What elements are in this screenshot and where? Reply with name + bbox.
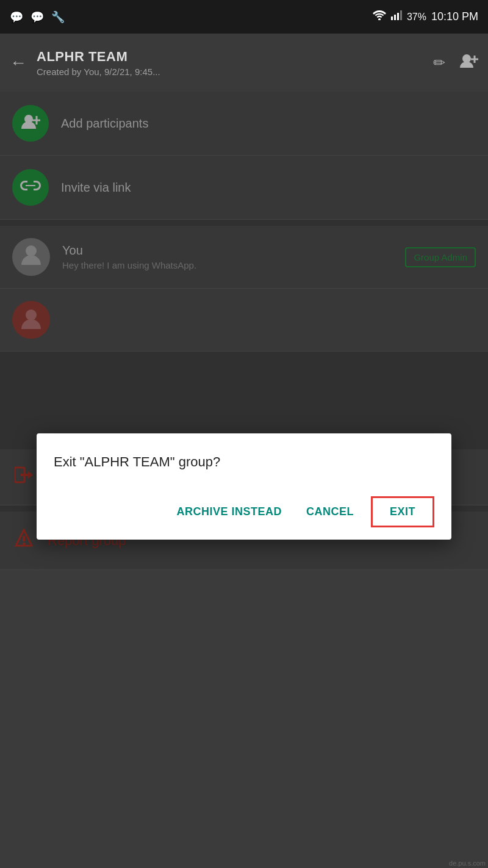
- edit-icon[interactable]: ✏: [433, 54, 445, 71]
- dialog-buttons: ARCHIVE INSTEAD CANCEL EXIT: [54, 496, 434, 527]
- battery-indicator: 37%: [407, 12, 426, 23]
- header-info: ALPHR TEAM Created by You, 9/2/21, 9:45.…: [37, 49, 423, 77]
- add-person-icon[interactable]: [460, 53, 478, 73]
- signal-icon: [391, 10, 402, 23]
- cancel-button[interactable]: CANCEL: [294, 497, 366, 527]
- back-button[interactable]: ←: [10, 53, 27, 73]
- status-bar-right: 37% 10:10 PM: [373, 10, 478, 23]
- svg-point-5: [462, 54, 471, 63]
- wifi-icon: [373, 10, 386, 23]
- content-area: Add participants Invite via link You H: [0, 92, 488, 868]
- archive-instead-button[interactable]: ARCHIVE INSTEAD: [164, 497, 294, 527]
- svg-rect-3: [397, 13, 399, 20]
- group-subtitle: Created by You, 9/2/21, 9:45...: [37, 67, 423, 77]
- tools-icon: 🔧: [51, 10, 65, 24]
- svg-rect-4: [400, 10, 402, 20]
- status-bar-left: 💬 💬 🔧: [10, 10, 65, 24]
- status-bar: 💬 💬 🔧 37% 10:10 PM: [0, 0, 488, 34]
- header-actions: ✏: [433, 53, 478, 73]
- clock: 10:10 PM: [431, 10, 478, 23]
- svg-rect-2: [394, 15, 396, 20]
- svg-rect-1: [391, 16, 393, 20]
- dialog-message: Exit "ALPHR TEAM" group?: [54, 453, 434, 472]
- group-title: ALPHR TEAM: [37, 49, 423, 65]
- app-header: ← ALPHR TEAM Created by You, 9/2/21, 9:4…: [0, 34, 488, 92]
- svg-point-0: [378, 18, 381, 20]
- messenger-icon: 💬: [30, 10, 44, 24]
- exit-button[interactable]: EXIT: [371, 496, 434, 527]
- exit-dialog: Exit "ALPHR TEAM" group? ARCHIVE INSTEAD…: [37, 433, 451, 540]
- chat-icon: 💬: [10, 10, 23, 24]
